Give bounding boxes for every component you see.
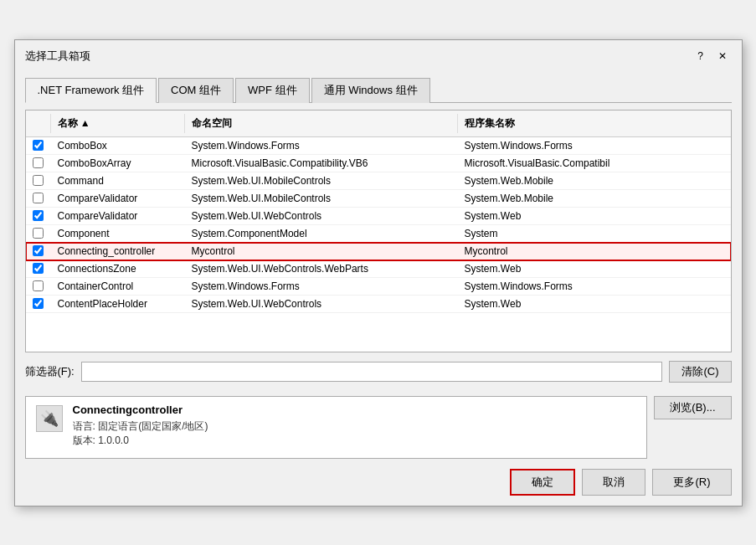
filter-row: 筛选器(F): 清除(C) bbox=[25, 361, 732, 383]
row-namespace-5: System.ComponentModel bbox=[185, 225, 458, 242]
side-buttons: 浏览(B)... bbox=[654, 389, 731, 459]
info-version: 版本: 1.0.0.0 bbox=[73, 434, 208, 448]
info-lang: 语言: 固定语言(固定国家/地区) bbox=[73, 419, 208, 434]
row-assembly-4: System.Web bbox=[458, 208, 731, 224]
row-name-6: Connecting_controller bbox=[51, 243, 185, 260]
row-checkbox-5[interactable] bbox=[33, 228, 44, 239]
table-row[interactable]: ComboBoxSystem.Windows.FormsSystem.Windo… bbox=[26, 137, 731, 155]
row-namespace-2: System.Web.UI.MobileControls bbox=[185, 172, 458, 189]
info-section: 🔌 Connectingcontroller 语言: 固定语言(固定国家/地区)… bbox=[25, 396, 648, 459]
row-checkbox-6[interactable] bbox=[33, 245, 44, 256]
checkbox-cell bbox=[26, 208, 51, 224]
row-checkbox-4[interactable] bbox=[33, 210, 44, 221]
row-name-2: Command bbox=[51, 172, 185, 189]
browse-button[interactable]: 浏览(B)... bbox=[654, 396, 731, 419]
row-assembly-7: System.Web bbox=[458, 260, 731, 277]
cancel-button[interactable]: 取消 bbox=[582, 469, 645, 496]
tab-bar: .NET Framework 组件 COM 组件 WPF 组件 通用 Windo… bbox=[25, 77, 732, 103]
more-button[interactable]: 更多(R) bbox=[652, 469, 731, 496]
row-namespace-3: System.Web.UI.MobileControls bbox=[185, 190, 458, 207]
table-row[interactable]: ComponentSystem.ComponentModelSystem bbox=[26, 225, 731, 243]
dialog-body: .NET Framework 组件 COM 组件 WPF 组件 通用 Windo… bbox=[15, 70, 742, 506]
row-checkbox-7[interactable] bbox=[33, 263, 44, 274]
row-name-1: ComboBoxArray bbox=[51, 155, 185, 172]
header-check bbox=[26, 114, 51, 133]
row-assembly-8: System.Windows.Forms bbox=[458, 278, 731, 295]
row-name-4: CompareValidator bbox=[51, 208, 185, 224]
row-name-8: ContainerControl bbox=[51, 278, 185, 295]
clear-button[interactable]: 清除(C) bbox=[669, 361, 731, 383]
row-name-3: CompareValidator bbox=[51, 190, 185, 207]
table-row[interactable]: ComboBoxArrayMicrosoft.VisualBasic.Compa… bbox=[26, 155, 731, 172]
row-name-5: Component bbox=[51, 225, 185, 242]
tab-wingeneral[interactable]: 通用 Windows 组件 bbox=[311, 78, 430, 103]
row-assembly-9: System.Web bbox=[458, 296, 731, 312]
table-body-scroll[interactable]: ComboBoxSystem.Windows.FormsSystem.Windo… bbox=[26, 137, 731, 352]
dialog-title: 选择工具箱项 bbox=[25, 49, 90, 64]
table-row[interactable]: CompareValidatorSystem.Web.UI.WebControl… bbox=[26, 208, 731, 225]
help-button[interactable]: ? bbox=[692, 47, 710, 65]
row-namespace-1: Microsoft.VisualBasic.Compatibility.VB6 bbox=[185, 155, 458, 172]
row-name-9: ContentPlaceHolder bbox=[51, 296, 185, 312]
row-checkbox-3[interactable] bbox=[33, 193, 44, 203]
ok-button[interactable]: 确定 bbox=[510, 469, 575, 496]
checkbox-cell bbox=[26, 243, 51, 259]
title-bar-controls: ? ✕ bbox=[692, 47, 732, 65]
tab-com[interactable]: COM 组件 bbox=[158, 78, 234, 103]
checkbox-cell bbox=[26, 260, 51, 276]
table-row[interactable]: CompareValidatorSystem.Web.UI.MobileCont… bbox=[26, 190, 731, 208]
row-name-0: ComboBox bbox=[51, 137, 185, 154]
checkbox-cell bbox=[26, 172, 51, 188]
row-checkbox-8[interactable] bbox=[33, 280, 44, 291]
checkbox-cell bbox=[26, 225, 51, 241]
tab-wpf[interactable]: WPF 组件 bbox=[235, 78, 310, 103]
row-namespace-4: System.Web.UI.WebControls bbox=[185, 208, 458, 224]
row-namespace-0: System.Windows.Forms bbox=[185, 137, 458, 154]
tab-dotnet[interactable]: .NET Framework 组件 bbox=[25, 78, 157, 103]
filter-label: 筛选器(F): bbox=[25, 364, 75, 379]
row-checkbox-1[interactable] bbox=[33, 157, 44, 168]
row-assembly-6: Mycontrol bbox=[458, 243, 731, 260]
row-name-7: ConnectionsZone bbox=[51, 260, 185, 277]
dialog: 选择工具箱项 ? ✕ .NET Framework 组件 COM 组件 WPF … bbox=[14, 39, 743, 506]
header-namespace[interactable]: 命名空间 bbox=[185, 114, 458, 133]
component-table: 名称 ▲ 命名空间 程序集名称 ComboBoxSystem.Windows.F… bbox=[25, 110, 732, 352]
info-text: Connectingcontroller 语言: 固定语言(固定国家/地区) 版… bbox=[73, 404, 208, 448]
bottom-row: 确定 取消 更多(R) bbox=[25, 469, 732, 496]
header-name[interactable]: 名称 ▲ bbox=[51, 114, 185, 133]
row-assembly-2: System.Web.Mobile bbox=[458, 172, 731, 189]
row-namespace-9: System.Web.UI.WebControls bbox=[185, 296, 458, 312]
row-checkbox-2[interactable] bbox=[33, 175, 44, 186]
info-section-wrapper: 🔌 Connectingcontroller 语言: 固定语言(固定国家/地区)… bbox=[25, 389, 648, 459]
table-row[interactable]: CommandSystem.Web.UI.MobileControlsSyste… bbox=[26, 172, 731, 190]
info-title: Connectingcontroller bbox=[73, 404, 208, 416]
table-row[interactable]: ContainerControlSystem.Windows.FormsSyst… bbox=[26, 278, 731, 296]
table-header: 名称 ▲ 命名空间 程序集名称 bbox=[26, 111, 731, 137]
checkbox-cell bbox=[26, 296, 51, 311]
row-checkbox-9[interactable] bbox=[33, 298, 44, 309]
component-icon: 🔌 bbox=[36, 405, 63, 432]
close-button[interactable]: ✕ bbox=[713, 47, 732, 65]
table-row[interactable]: ContentPlaceHolderSystem.Web.UI.WebContr… bbox=[26, 296, 731, 313]
header-assembly[interactable]: 程序集名称 bbox=[458, 114, 731, 133]
checkbox-cell bbox=[26, 137, 51, 153]
row-assembly-3: System.Web.Mobile bbox=[458, 190, 731, 207]
row-namespace-7: System.Web.UI.WebControls.WebParts bbox=[185, 260, 458, 277]
row-namespace-8: System.Windows.Forms bbox=[185, 278, 458, 295]
checkbox-cell bbox=[26, 190, 51, 206]
row-assembly-0: System.Windows.Forms bbox=[458, 137, 731, 154]
title-bar: 选择工具箱项 ? ✕ bbox=[15, 40, 742, 70]
row-assembly-5: System bbox=[458, 225, 731, 242]
row-assembly-1: Microsoft.VisualBasic.Compatibil bbox=[458, 155, 731, 172]
row-namespace-6: Mycontrol bbox=[185, 243, 458, 260]
checkbox-cell bbox=[26, 278, 51, 294]
table-row[interactable]: Connecting_controllerMycontrolMycontrol bbox=[26, 243, 731, 260]
table-row[interactable]: ConnectionsZoneSystem.Web.UI.WebControls… bbox=[26, 260, 731, 278]
row-checkbox-0[interactable] bbox=[33, 140, 44, 151]
filter-input[interactable] bbox=[81, 362, 663, 382]
info-browse-wrapper: 🔌 Connectingcontroller 语言: 固定语言(固定国家/地区)… bbox=[25, 389, 732, 459]
checkbox-cell bbox=[26, 155, 51, 171]
